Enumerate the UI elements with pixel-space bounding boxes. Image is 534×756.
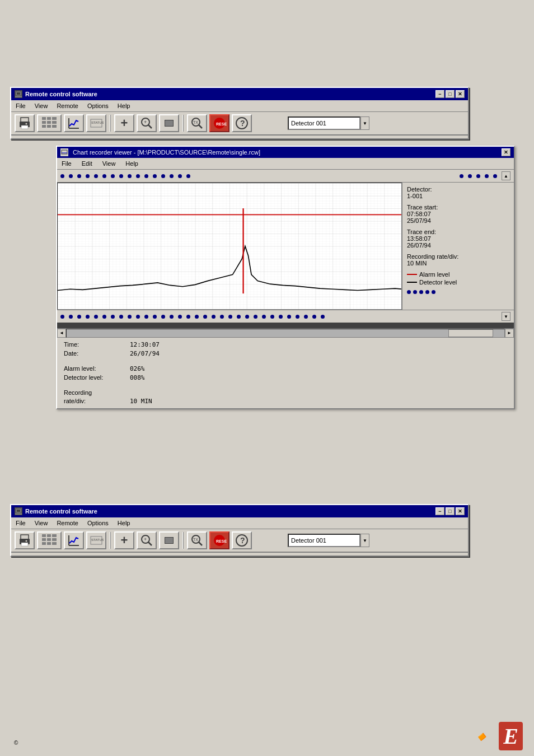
dot — [220, 315, 224, 319]
bottom-maximize-btn[interactable]: □ — [446, 507, 455, 515]
svg-point-5 — [26, 123, 27, 125]
svg-line-20 — [148, 125, 152, 128]
status-text-button[interactable]: STATUS — [86, 114, 106, 132]
svg-text:TX: TX — [193, 120, 198, 124]
info-recording-rate: Recording rate/div: 10 MIN — [407, 253, 509, 267]
legend-detector-label: Detector level — [419, 279, 457, 286]
top-maximize-btn[interactable]: □ — [446, 90, 455, 98]
status-alarm-row: Alarm level: 026% — [64, 365, 160, 372]
dot — [419, 290, 423, 294]
bottom-printer-button[interactable] — [15, 531, 35, 549]
chart-close-btn[interactable]: ✕ — [502, 148, 510, 156]
status-detector-value: 008% — [130, 374, 145, 381]
svg-rect-55 — [42, 542, 46, 545]
bottom-menu-file[interactable]: File — [13, 519, 28, 528]
bottom-status-bar — [11, 552, 468, 556]
status-rate-row: rate/div: 10 MIN — [64, 398, 160, 405]
hscroll-left-btn[interactable]: ◄ — [57, 329, 66, 338]
top-menu-remote[interactable]: Remote — [54, 101, 81, 110]
printer-button[interactable] — [15, 114, 35, 132]
zoom-button[interactable]: + — [137, 114, 157, 132]
top-close-btn[interactable]: ✕ — [456, 90, 465, 98]
dot — [186, 315, 190, 319]
chart-menu-file[interactable]: File — [59, 159, 74, 168]
status-time-label: Time: — [64, 341, 125, 348]
add-button[interactable]: + — [114, 114, 134, 132]
dot — [245, 315, 249, 319]
svg-rect-53 — [47, 538, 51, 541]
chart-menu-help[interactable]: Help — [123, 159, 140, 168]
dot — [468, 174, 472, 178]
bottom-menu-help[interactable]: Help — [115, 519, 133, 528]
legend-alarm-label: Alarm level — [419, 271, 449, 278]
bottom-close-btn[interactable]: ✕ — [456, 507, 465, 515]
bottom-status-text-button[interactable]: STATUS — [86, 531, 106, 549]
dot — [128, 174, 132, 178]
bottom-detector-arrow[interactable]: ▼ — [360, 534, 369, 547]
chart-button[interactable] — [64, 114, 84, 132]
detector-input[interactable]: Detector 001 — [288, 116, 360, 130]
status-recording-row: Recording — [64, 389, 160, 396]
square-button[interactable] — [159, 114, 179, 132]
bottom-chart-button[interactable] — [64, 531, 84, 549]
bottom-minimize-btn[interactable]: − — [435, 507, 444, 515]
scroll-down-btn[interactable]: ▼ — [502, 312, 510, 321]
dot — [485, 174, 489, 178]
bottom-detector-input[interactable]: Detector 001 — [288, 534, 360, 547]
dot — [153, 315, 157, 319]
bottom-add-button[interactable]: + — [114, 531, 134, 549]
top-minimize-btn[interactable]: − — [435, 90, 444, 98]
svg-rect-52 — [42, 538, 46, 541]
hscroll: ◄ ► — [57, 328, 514, 337]
dot — [144, 315, 148, 319]
dot — [178, 174, 182, 178]
plus-icon: + — [121, 117, 128, 129]
hscroll-track[interactable] — [66, 329, 505, 338]
svg-point-48 — [26, 540, 27, 542]
top-menu-help[interactable]: Help — [115, 101, 133, 110]
bottom-menu-remote[interactable]: Remote — [54, 519, 81, 528]
dot — [304, 315, 308, 319]
dot — [136, 174, 140, 178]
bottom-help-button[interactable]: ? — [232, 531, 252, 549]
info-trace-start-value: 07:58:07 — [407, 211, 509, 217]
dot — [170, 315, 174, 319]
hscroll-thumb[interactable] — [448, 329, 493, 337]
info-detector: Detector: 1-001 — [407, 186, 509, 199]
grid-button[interactable] — [37, 114, 62, 132]
svg-rect-12 — [42, 125, 46, 128]
dot — [94, 174, 98, 178]
chart-menu-view[interactable]: View — [100, 159, 118, 168]
svg-text:+: + — [144, 536, 147, 542]
bottom-menu-view[interactable]: View — [32, 519, 50, 528]
info-detector-label: Detector: — [407, 186, 509, 193]
top-title-bar: Remote control software − □ ✕ — [11, 88, 468, 100]
chart-menu-edit[interactable]: Edit — [79, 159, 95, 168]
dot — [77, 174, 81, 178]
reset-button[interactable]: RESET — [209, 114, 229, 132]
top-menu-options[interactable]: Options — [85, 101, 111, 110]
bottom-menu-options[interactable]: Options — [85, 519, 111, 528]
tx-button[interactable]: TX — [187, 114, 207, 132]
help-button[interactable]: ? — [232, 114, 252, 132]
info-trace-end: Trace end: 13:58:07 26/07/94 — [407, 228, 509, 249]
legend-alarm: Alarm level — [407, 271, 509, 278]
bottom-tx-button[interactable]: TX — [187, 531, 207, 549]
top-menu-file[interactable]: File — [13, 101, 28, 110]
svg-rect-10 — [47, 121, 51, 124]
detector-legend-line — [407, 282, 417, 283]
detector-arrow[interactable]: ▼ — [360, 116, 369, 130]
bottom-reset-button[interactable]: RESET — [209, 531, 229, 549]
bottom-square-button[interactable] — [159, 531, 179, 549]
dot — [476, 174, 480, 178]
bottom-zoom-button[interactable]: + — [137, 531, 157, 549]
svg-rect-13 — [47, 125, 51, 128]
scroll-up-btn[interactable]: ▲ — [502, 171, 510, 180]
top-menu-view[interactable]: View — [32, 101, 50, 110]
dot — [321, 315, 325, 319]
hscroll-right-btn[interactable]: ► — [505, 329, 514, 338]
dot — [493, 174, 497, 178]
bottom-grid-button[interactable] — [37, 531, 62, 549]
dot — [170, 174, 174, 178]
svg-rect-56 — [47, 542, 51, 545]
